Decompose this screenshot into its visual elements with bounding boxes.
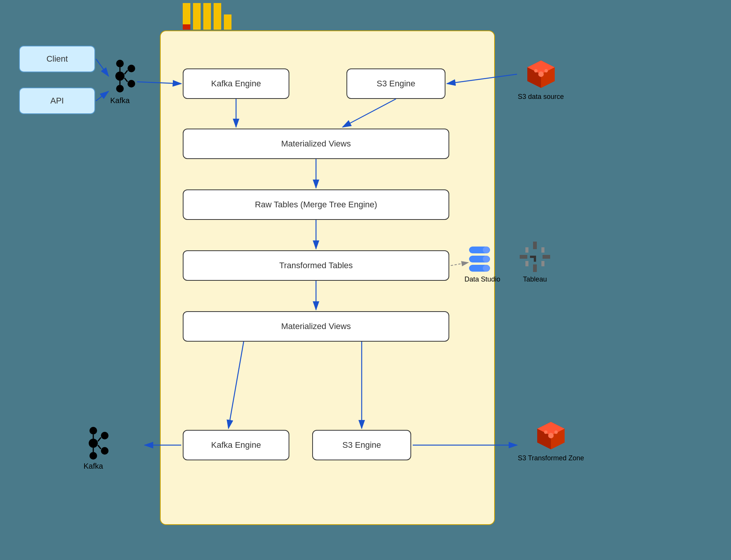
s3-transformed-zone: S3 Transformed Zone [518,418,584,462]
svg-point-3 [128,65,135,72]
transformed-tables-label: Transformed Tables [279,261,353,270]
kafka-engine-top-node: Kafka Engine [183,68,289,99]
s3-engine-bottom-label: S3 Engine [342,440,381,450]
svg-point-32 [89,439,98,448]
svg-point-0 [115,72,124,81]
svg-point-45 [548,433,554,438]
tableau-icon: Tableau [518,240,552,283]
svg-point-1 [116,60,124,67]
svg-rect-27 [541,247,544,253]
svg-rect-25 [543,255,550,259]
kafka-bottom-icon: Kafka [76,426,110,471]
svg-point-2 [116,85,124,92]
svg-point-47 [554,431,558,434]
kafka-top-label: Kafka [103,96,137,105]
s3-data-source: S3 data source [518,57,564,101]
data-studio-label: Data Studio [464,275,500,283]
kafka-bars-icon [183,3,231,30]
svg-point-36 [101,447,109,455]
raw-tables-label: Raw Tables (Merge Tree Engine) [255,200,377,210]
client-box: Client [19,46,95,72]
kafka-bottom-label: Kafka [83,462,103,471]
svg-rect-23 [533,264,537,272]
svg-point-19 [483,256,490,262]
svg-rect-24 [520,255,527,259]
transformed-tables-node: Transformed Tables [183,250,449,281]
svg-point-33 [89,427,97,434]
svg-point-46 [544,431,547,434]
data-studio-icon: Data Studio [464,243,500,283]
kafka-engine-top-label: Kafka Engine [211,79,261,89]
svg-line-7 [124,70,128,74]
s3-engine-bottom-node: S3 Engine [312,430,411,460]
s3-engine-top-node: S3 Engine [346,68,445,99]
diagram-container: Client API Kafka Kafka Engine [0,0,731,560]
materialized-views-1-node: Materialized Views [183,129,449,159]
svg-point-34 [89,452,97,460]
svg-point-35 [101,432,109,439]
kafka-top-icon: Kafka [103,59,137,105]
materialized-views-2-node: Materialized Views [183,311,449,342]
raw-tables-node: Raw Tables (Merge Tree Engine) [183,189,449,220]
client-label: Client [46,54,68,64]
kafka-engine-bottom-node: Kafka Engine [183,430,289,460]
svg-point-13 [538,72,543,77]
svg-point-4 [128,80,135,88]
svg-rect-28 [525,261,528,266]
s3-data-source-label: S3 data source [518,93,564,101]
svg-line-39 [98,438,101,441]
svg-rect-29 [541,261,544,266]
api-label: API [50,96,64,106]
kafka-engine-bottom-label: Kafka Engine [211,440,261,450]
s3-engine-top-label: S3 Engine [377,79,415,89]
svg-line-8 [124,78,128,82]
svg-rect-26 [525,247,528,253]
svg-rect-31 [530,256,536,258]
tableau-label: Tableau [523,275,547,283]
svg-point-21 [483,265,490,272]
svg-point-17 [483,247,490,253]
svg-rect-22 [533,242,537,249]
svg-point-15 [544,69,548,73]
api-box: API [19,88,95,114]
svg-line-40 [98,445,101,449]
materialized-views-2-label: Materialized Views [281,321,351,331]
materialized-views-1-label: Materialized Views [281,139,351,149]
svg-point-14 [534,69,538,73]
s3-transformed-label: S3 Transformed Zone [518,454,584,462]
